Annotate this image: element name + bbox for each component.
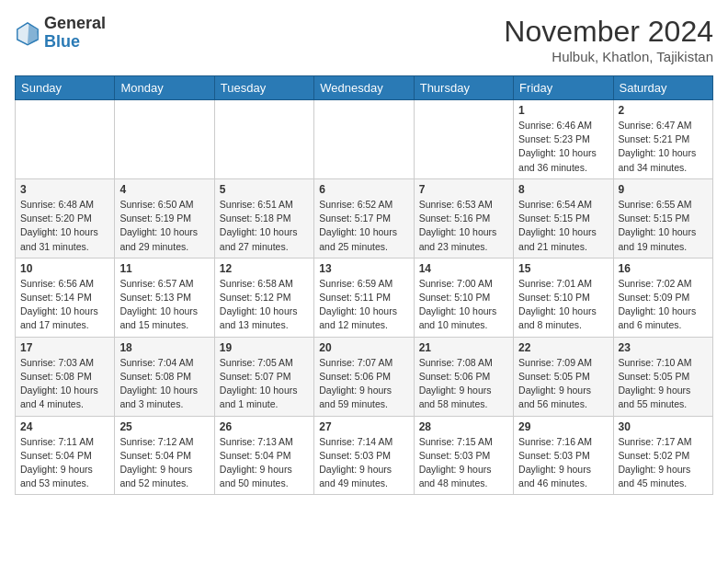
day-number: 17 [20,341,109,354]
col-header-saturday: Saturday [613,76,712,100]
calendar-cell: 11Sunrise: 6:57 AMSunset: 5:13 PMDayligh… [115,258,214,337]
day-number: 21 [419,341,508,354]
calendar-cell: 7Sunrise: 6:53 AMSunset: 5:16 PMDaylight… [414,178,513,258]
calendar-cell [16,100,115,179]
col-header-tuesday: Tuesday [214,76,313,100]
day-info: Sunrise: 7:03 AMSunset: 5:08 PMDaylight:… [20,356,109,412]
day-number: 6 [319,183,408,196]
logo-text: General Blue [44,15,106,52]
calendar-cell: 4Sunrise: 6:50 AMSunset: 5:19 PMDaylight… [115,178,214,258]
day-info: Sunrise: 6:58 AMSunset: 5:12 PMDaylight:… [220,277,309,333]
day-info: Sunrise: 6:56 AMSunset: 5:14 PMDaylight:… [20,277,109,333]
col-header-wednesday: Wednesday [314,76,414,100]
day-info: Sunrise: 7:15 AMSunset: 5:03 PMDaylight:… [419,435,508,491]
day-info: Sunrise: 7:08 AMSunset: 5:06 PMDaylight:… [419,356,508,412]
day-info: Sunrise: 7:05 AMSunset: 5:07 PMDaylight:… [220,356,309,412]
calendar-cell [414,100,513,179]
calendar-cell: 3Sunrise: 6:48 AMSunset: 5:20 PMDaylight… [16,178,115,258]
calendar-cell: 15Sunrise: 7:01 AMSunset: 5:10 PMDayligh… [514,258,613,337]
day-number: 29 [518,420,608,433]
day-info: Sunrise: 6:50 AMSunset: 5:19 PMDaylight:… [119,198,209,254]
day-info: Sunrise: 7:12 AMSunset: 5:04 PMDaylight:… [119,435,209,491]
day-info: Sunrise: 7:11 AMSunset: 5:04 PMDaylight:… [20,435,109,491]
calendar-table: SundayMondayTuesdayWednesdayThursdayFrid… [15,75,713,495]
calendar-week-5: 24Sunrise: 7:11 AMSunset: 5:04 PMDayligh… [16,416,713,495]
day-info: Sunrise: 6:48 AMSunset: 5:20 PMDaylight:… [20,198,109,254]
calendar-cell: 9Sunrise: 6:55 AMSunset: 5:15 PMDaylight… [613,178,712,258]
calendar-cell: 14Sunrise: 7:00 AMSunset: 5:10 PMDayligh… [414,258,513,337]
calendar-header-row: SundayMondayTuesdayWednesdayThursdayFrid… [16,76,713,100]
day-info: Sunrise: 7:13 AMSunset: 5:04 PMDaylight:… [220,435,309,491]
calendar-week-1: 1Sunrise: 6:46 AMSunset: 5:23 PMDaylight… [16,100,713,179]
day-number: 2 [619,104,708,117]
calendar-cell: 2Sunrise: 6:47 AMSunset: 5:21 PMDaylight… [613,100,712,179]
logo-general: General [44,15,106,33]
day-number: 11 [119,262,209,275]
day-info: Sunrise: 7:17 AMSunset: 5:02 PMDaylight:… [619,435,708,491]
day-info: Sunrise: 6:54 AMSunset: 5:15 PMDaylight:… [518,198,608,254]
day-number: 28 [419,420,508,433]
logo-icon [15,20,40,46]
col-header-thursday: Thursday [414,76,513,100]
day-number: 27 [319,420,408,433]
col-header-sunday: Sunday [16,76,115,100]
day-number: 4 [119,183,209,196]
day-number: 10 [20,262,109,275]
day-number: 9 [619,183,708,196]
day-number: 13 [319,262,408,275]
calendar-cell: 30Sunrise: 7:17 AMSunset: 5:02 PMDayligh… [613,416,712,495]
col-header-monday: Monday [115,76,214,100]
day-info: Sunrise: 7:07 AMSunset: 5:06 PMDaylight:… [319,356,408,412]
calendar-cell: 19Sunrise: 7:05 AMSunset: 5:07 PMDayligh… [214,337,313,416]
calendar-cell: 29Sunrise: 7:16 AMSunset: 5:03 PMDayligh… [514,416,613,495]
calendar-cell: 20Sunrise: 7:07 AMSunset: 5:06 PMDayligh… [314,337,414,416]
day-info: Sunrise: 6:55 AMSunset: 5:15 PMDaylight:… [619,198,708,254]
day-info: Sunrise: 7:00 AMSunset: 5:10 PMDaylight:… [419,277,508,333]
day-number: 20 [319,341,408,354]
calendar-cell [115,100,214,179]
day-info: Sunrise: 6:51 AMSunset: 5:18 PMDaylight:… [220,198,309,254]
day-number: 3 [20,183,109,196]
day-info: Sunrise: 7:01 AMSunset: 5:10 PMDaylight:… [518,277,608,333]
day-info: Sunrise: 7:14 AMSunset: 5:03 PMDaylight:… [319,435,408,491]
calendar-cell: 21Sunrise: 7:08 AMSunset: 5:06 PMDayligh… [414,337,513,416]
calendar-cell: 24Sunrise: 7:11 AMSunset: 5:04 PMDayligh… [16,416,115,495]
day-number: 16 [619,262,708,275]
calendar-cell [214,100,313,179]
day-number: 12 [220,262,309,275]
logo: General Blue [15,15,106,52]
day-number: 23 [619,341,708,354]
calendar-cell: 27Sunrise: 7:14 AMSunset: 5:03 PMDayligh… [314,416,414,495]
calendar-week-2: 3Sunrise: 6:48 AMSunset: 5:20 PMDaylight… [16,178,713,258]
calendar-cell: 1Sunrise: 6:46 AMSunset: 5:23 PMDaylight… [514,100,613,179]
day-number: 30 [619,420,708,433]
calendar-cell [314,100,414,179]
calendar-cell: 22Sunrise: 7:09 AMSunset: 5:05 PMDayligh… [514,337,613,416]
day-info: Sunrise: 6:59 AMSunset: 5:11 PMDaylight:… [319,277,408,333]
day-number: 22 [518,341,608,354]
day-info: Sunrise: 6:53 AMSunset: 5:16 PMDaylight:… [419,198,508,254]
calendar-cell: 28Sunrise: 7:15 AMSunset: 5:03 PMDayligh… [414,416,513,495]
day-number: 1 [518,104,608,117]
day-info: Sunrise: 6:52 AMSunset: 5:17 PMDaylight:… [319,198,408,254]
day-info: Sunrise: 7:02 AMSunset: 5:09 PMDaylight:… [619,277,708,333]
day-info: Sunrise: 7:04 AMSunset: 5:08 PMDaylight:… [119,356,209,412]
day-number: 5 [220,183,309,196]
day-number: 25 [119,420,209,433]
day-number: 8 [518,183,608,196]
location: Hulbuk, Khatlon, Tajikistan [504,49,713,64]
col-header-friday: Friday [514,76,613,100]
day-number: 24 [20,420,109,433]
page-header: General Blue November 2024 Hulbuk, Khatl… [15,15,713,64]
calendar-cell: 25Sunrise: 7:12 AMSunset: 5:04 PMDayligh… [115,416,214,495]
day-info: Sunrise: 7:16 AMSunset: 5:03 PMDaylight:… [518,435,608,491]
calendar-cell: 13Sunrise: 6:59 AMSunset: 5:11 PMDayligh… [314,258,414,337]
day-info: Sunrise: 7:10 AMSunset: 5:05 PMDaylight:… [619,356,708,412]
month-title: November 2024 [504,15,713,49]
day-info: Sunrise: 6:46 AMSunset: 5:23 PMDaylight:… [518,119,608,175]
day-info: Sunrise: 6:47 AMSunset: 5:21 PMDaylight:… [619,119,708,175]
day-number: 15 [518,262,608,275]
calendar-week-4: 17Sunrise: 7:03 AMSunset: 5:08 PMDayligh… [16,337,713,416]
calendar-cell: 23Sunrise: 7:10 AMSunset: 5:05 PMDayligh… [613,337,712,416]
day-number: 7 [419,183,508,196]
